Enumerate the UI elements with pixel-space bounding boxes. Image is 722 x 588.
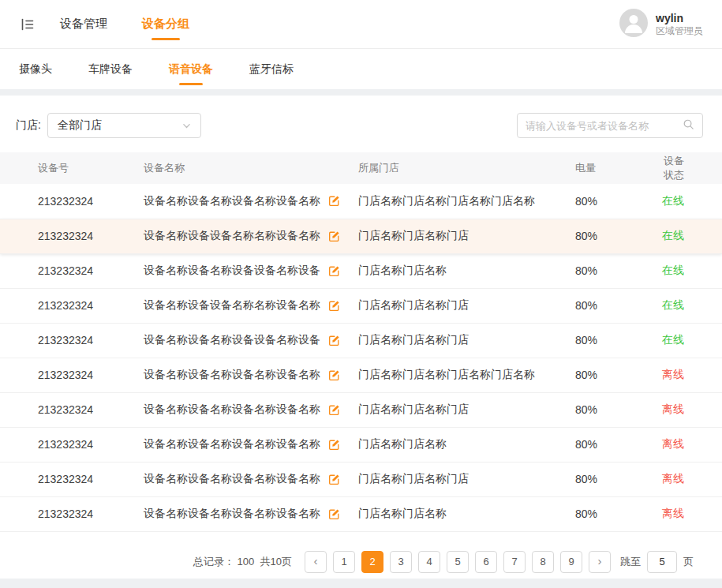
edit-icon[interactable] (328, 439, 340, 451)
page-button-7[interactable]: 7 (503, 551, 526, 573)
table-row[interactable]: 213232324 设备名称设备设备名称名称设备名称 门店名称门店名称门店 80… (0, 288, 722, 323)
edit-icon[interactable] (328, 404, 340, 416)
store-cell: 门店名称门店名称门店名称门店名称 (358, 358, 575, 392)
edit-icon[interactable] (328, 474, 340, 485)
page-button-9[interactable]: 9 (560, 551, 582, 573)
avatar-icon (619, 9, 648, 40)
status-badge: 离线 (662, 507, 684, 519)
jump-page-input[interactable] (647, 551, 677, 573)
tab-label: 蓝牙信标 (249, 62, 294, 77)
edit-icon[interactable] (328, 335, 340, 346)
page-button-1[interactable]: 1 (333, 551, 355, 573)
store-cell: 门店名称门店名称门店 (358, 323, 575, 358)
tab-label: 摄像头 (19, 62, 52, 77)
filter-row: 门店: 全部门店 (0, 96, 722, 152)
next-page-button[interactable]: › (589, 551, 611, 573)
tab-camera[interactable]: 摄像头 (19, 49, 52, 89)
prev-page-button[interactable]: ‹ (305, 551, 327, 573)
edit-icon[interactable] (328, 369, 340, 381)
device-id-cell: 213232324 (0, 323, 144, 358)
battery-cell: 80% (575, 323, 662, 358)
column-header-device-id: 设备号 (0, 152, 144, 184)
tab-license-plate[interactable]: 车牌设备 (88, 49, 133, 89)
next-page-icon: › (598, 555, 602, 567)
device-name-cell: 设备名称设备名称设备名称设备名称 (144, 403, 320, 417)
tab-voice-device[interactable]: 语音设备 (169, 49, 213, 89)
store-select[interactable]: 全部门店 (47, 113, 201, 138)
device-id-cell: 213232324 (0, 427, 144, 462)
tab-label: 车牌设备 (88, 62, 133, 77)
device-name-cell: 设备名称设备名称设备名称设备名称 (144, 368, 320, 382)
edit-icon[interactable] (328, 300, 340, 312)
table-row[interactable]: 213232324 设备名称设备名称设备名称设备名称 门店名称门店名称 80% … (0, 427, 722, 462)
store-filter-label: 门店: (16, 118, 41, 133)
table-row[interactable]: 213232324 设备名称设备名称设备名称设备名称 门店名称门店名称门店名称门… (0, 358, 722, 392)
battery-cell: 80% (575, 358, 662, 392)
device-id-cell: 213232324 (0, 288, 144, 323)
store-cell: 门店名称门店名称 (358, 253, 575, 288)
top-header: 设备管理 设备分组 wylin 区域管理员 (0, 0, 722, 49)
page-button-3[interactable]: 3 (390, 551, 412, 573)
status-badge: 离线 (662, 403, 684, 415)
nav-item-device-management[interactable]: 设备管理 (60, 0, 107, 49)
pages-count: 共10页 (260, 556, 292, 567)
prev-page-icon: ‹ (314, 555, 318, 567)
pagination-summary: 总记录： 100 共10页 (193, 555, 292, 569)
jump-unit: 页 (683, 555, 694, 569)
edit-icon[interactable] (328, 508, 340, 520)
edit-icon[interactable] (328, 230, 340, 242)
total-label: 总记录： (193, 556, 234, 567)
search-box (517, 113, 703, 138)
page-button-4[interactable]: 4 (418, 551, 440, 573)
device-name-cell: 设备名称设备名称设备名称设备名称 (144, 507, 320, 521)
device-id-cell: 213232324 (0, 392, 144, 427)
page-button-8[interactable]: 8 (532, 551, 554, 573)
battery-cell: 80% (575, 392, 662, 427)
column-header-battery: 电量 (575, 152, 662, 184)
page-button-2[interactable]: 2 (361, 551, 383, 573)
edit-icon[interactable] (328, 265, 340, 277)
device-name-cell: 设备名称设备名称设备名称设备名称 (144, 472, 320, 486)
table-row[interactable]: 213232324 设备名称设备名称设备名称设备名称 门店名称门店名称门店 80… (0, 392, 722, 427)
device-name-cell: 设备名称设备名称设备设备名称设备 (144, 333, 320, 347)
edit-icon[interactable] (328, 195, 340, 207)
status-badge: 离线 (662, 437, 684, 450)
nav-item-label: 设备管理 (60, 17, 107, 32)
table-row[interactable]: 213232324 设备名称设备名称设备名称设备名称 门店名称门店名称 80% … (0, 496, 722, 531)
table-row[interactable]: 213232324 设备名称设备名称设备名称设备名称 门店名称门店名称门店名称门… (0, 184, 722, 219)
nav-item-device-groups[interactable]: 设备分组 (142, 0, 189, 49)
device-id-cell: 213232324 (0, 462, 144, 496)
table-row[interactable]: 213232324 设备名称设备名称设备设备名称设备 门店名称门店名称 80% … (0, 253, 722, 288)
device-id-cell: 213232324 (0, 358, 144, 392)
store-cell: 门店名称门店名称门店 (358, 288, 575, 323)
total-value: 100 (238, 556, 255, 567)
column-header-status: 设备状态 (662, 152, 722, 184)
nav-item-label: 设备分组 (142, 17, 189, 32)
page-button-5[interactable]: 5 (447, 551, 469, 573)
pagination: 总记录： 100 共10页 ‹ 1 2 3 4 5 6 7 8 9 › 跳至 页 (0, 532, 722, 573)
table-row[interactable]: 213232324 设备名称设备名称设备设备名称设备 门店名称门店名称门店 80… (0, 323, 722, 358)
store-cell: 门店名称门店名称门店 (358, 392, 575, 427)
battery-cell: 80% (575, 427, 662, 462)
device-type-tabbar: 摄像头 车牌设备 语音设备 蓝牙信标 (0, 49, 722, 89)
device-id-cell: 213232324 (0, 219, 144, 253)
battery-cell: 80% (575, 253, 662, 288)
column-header-store: 所属门店 (358, 152, 575, 184)
device-id-cell: 213232324 (0, 184, 144, 219)
store-cell: 门店名称门店名称门店名称门店名称 (358, 184, 575, 219)
table-row[interactable]: 213232324 设备名称设备设备名称名称设备名称 门店名称门店名称门店 80… (0, 219, 722, 253)
search-input[interactable] (526, 120, 683, 132)
user-meta: wylin 区域管理员 (656, 11, 703, 38)
chevron-down-icon (182, 122, 191, 130)
status-badge: 在线 (662, 298, 684, 311)
table-row[interactable]: 213232324 设备名称设备名称设备名称设备名称 门店名称门店名称门店 80… (0, 462, 722, 496)
menu-fold-icon[interactable] (19, 16, 36, 33)
status-badge: 离线 (662, 368, 684, 380)
user-block[interactable]: wylin 区域管理员 (619, 9, 703, 40)
battery-cell: 80% (575, 184, 662, 219)
tab-label: 语音设备 (169, 62, 213, 77)
battery-cell: 80% (575, 219, 662, 253)
page-button-6[interactable]: 6 (475, 551, 497, 573)
search-icon[interactable] (683, 118, 694, 133)
tab-bluetooth-beacon[interactable]: 蓝牙信标 (249, 49, 294, 89)
